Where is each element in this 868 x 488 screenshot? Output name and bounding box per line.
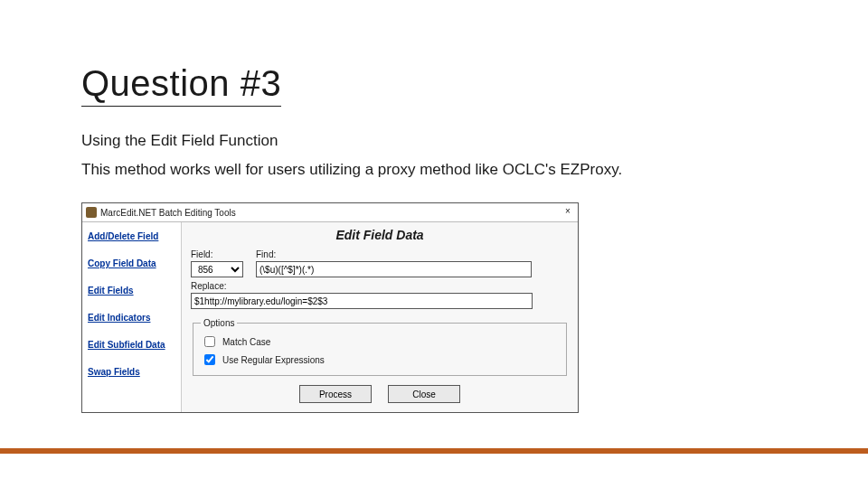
slide-subtitle: Using the Edit Field Function	[81, 132, 868, 150]
replace-label: Replace:	[191, 281, 569, 291]
app-icon	[86, 207, 97, 218]
find-input[interactable]	[256, 261, 532, 277]
regex-label: Use Regular Expressions	[222, 355, 325, 365]
dialog-window: MarcEdit.NET Batch Editing Tools × Add/D…	[81, 202, 579, 413]
accent-bar	[0, 448, 868, 454]
match-case-checkbox[interactable]	[204, 336, 215, 347]
regex-checkbox[interactable]	[204, 354, 215, 365]
match-case-option[interactable]: Match Case	[201, 333, 559, 350]
slide-body: This method works well for users utilizi…	[81, 161, 868, 179]
close-button[interactable]: Close	[388, 385, 460, 403]
sidebar: Add/Delete Field Copy Field Data Edit Fi…	[82, 222, 182, 412]
sidebar-item-edit-subfield-data[interactable]: Edit Subfield Data	[88, 340, 175, 351]
sidebar-item-swap-fields[interactable]: Swap Fields	[88, 367, 175, 378]
window-title: MarcEdit.NET Batch Editing Tools	[100, 208, 236, 218]
main-panel: Edit Field Data Field: 856 Find: Replace	[182, 222, 578, 412]
sidebar-item-copy-field-data[interactable]: Copy Field Data	[88, 258, 175, 269]
match-case-label: Match Case	[222, 337, 270, 347]
sidebar-item-add-delete-field[interactable]: Add/Delete Field	[88, 231, 175, 242]
slide-title: Question #3	[81, 63, 281, 107]
sidebar-item-edit-indicators[interactable]: Edit Indicators	[88, 313, 175, 324]
find-label: Find:	[256, 249, 532, 259]
field-label: Field:	[191, 249, 243, 259]
options-group: Options Match Case Use Regular Expressio…	[193, 318, 567, 376]
close-icon[interactable]: ×	[561, 206, 574, 219]
window-titlebar: MarcEdit.NET Batch Editing Tools ×	[82, 203, 578, 222]
sidebar-item-edit-fields[interactable]: Edit Fields	[88, 286, 175, 296]
field-select[interactable]: 856	[191, 261, 243, 277]
replace-input[interactable]	[191, 293, 533, 309]
panel-heading: Edit Field Data	[191, 228, 569, 242]
process-button[interactable]: Process	[299, 385, 372, 403]
regex-option[interactable]: Use Regular Expressions	[201, 352, 559, 368]
options-legend: Options	[201, 318, 237, 328]
